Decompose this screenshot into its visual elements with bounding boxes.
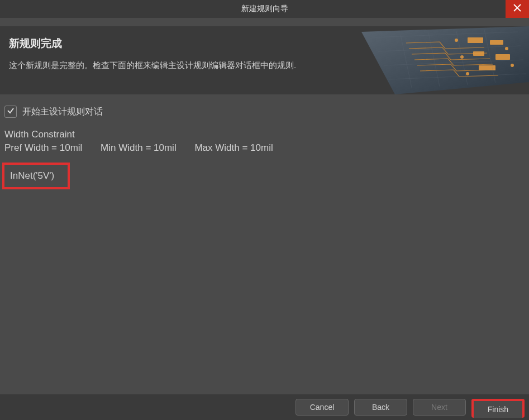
cancel-button[interactable]: Cancel xyxy=(296,399,349,416)
net-expression: InNet('5V') xyxy=(10,170,54,181)
max-width-value: Max Width = 10mil xyxy=(194,142,273,153)
svg-rect-3 xyxy=(473,51,484,56)
svg-point-6 xyxy=(455,39,458,42)
svg-point-8 xyxy=(466,72,469,75)
header-text-area: 新规则完成 这个新规则是完整的。检查下面的框来编辑主设计规则编辑器对话框中的规则… xyxy=(0,26,328,94)
pref-width-value: Pref Width = 10mil xyxy=(4,142,82,153)
header-description: 这个新规则是完整的。检查下面的框来编辑主设计规则编辑器对话框中的规则. xyxy=(9,59,319,72)
svg-rect-2 xyxy=(490,40,503,45)
svg-rect-5 xyxy=(479,65,495,70)
checkmark-icon xyxy=(7,107,15,117)
next-button: Next xyxy=(413,399,466,416)
start-main-dialog-checkbox[interactable] xyxy=(4,106,17,118)
pcb-illustration xyxy=(328,26,529,94)
window-title: 新建规则向导 xyxy=(241,4,288,14)
close-button[interactable] xyxy=(506,0,529,18)
titlebar: 新建规则向导 xyxy=(0,0,529,18)
constraint-title: Width Constraint xyxy=(4,129,525,140)
svg-marker-0 xyxy=(361,26,529,94)
footer-button-bar: Cancel Back Next Finish xyxy=(0,394,529,420)
constraint-values: Pref Width = 10mil Min Width = 10mil Max… xyxy=(4,142,525,154)
close-icon xyxy=(513,4,521,14)
header-panel: 新规则完成 这个新规则是完整的。检查下面的框来编辑主设计规则编辑器对话框中的规则… xyxy=(0,26,529,94)
svg-rect-4 xyxy=(495,54,510,60)
checkbox-label: 开始主设计规则对话 xyxy=(22,106,103,118)
svg-point-10 xyxy=(511,64,514,67)
content-area: 开始主设计规则对话 Width Constraint Pref Width = … xyxy=(0,94,529,201)
net-expression-box: InNet('5V') xyxy=(2,163,70,189)
finish-button[interactable]: Finish xyxy=(471,399,525,418)
header-title: 新规则完成 xyxy=(9,36,319,51)
header-decorative-image xyxy=(328,26,529,94)
min-width-value: Min Width = 10mil xyxy=(101,142,177,153)
back-button[interactable]: Back xyxy=(354,399,407,416)
checkbox-row: 开始主设计规则对话 xyxy=(4,106,525,118)
svg-point-9 xyxy=(505,47,508,50)
svg-rect-1 xyxy=(468,37,483,43)
